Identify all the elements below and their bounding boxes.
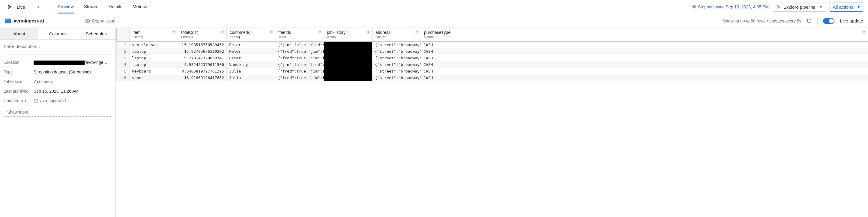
redacted-text: x [34,61,85,65]
cell-address[interactable]: {"street":"broadway" [373,42,421,48]
column-menu-icon[interactable]: ▾ [172,30,176,34]
cell-purchasetype[interactable]: CASH [421,48,868,55]
cell-totalcost[interactable]: 15.92705676329202 [178,48,227,55]
cell-address[interactable]: {"street":"broadway" [373,55,421,61]
cell-friends[interactable]: {"fred":true,"jim":f [275,74,324,81]
column-menu-icon[interactable]: ▾ [318,30,322,34]
cell-totalcost[interactable]: 0.6486819727761395 [178,68,227,74]
cell-purchasetype[interactable]: CASH [421,42,868,48]
cell-friends[interactable]: {"fred":true,"jim":f [275,55,324,61]
cell-customerid[interactable]: Peter [227,42,275,48]
cell-friends[interactable]: {"jim":false,"fred": [275,42,324,48]
row-number: 4 [116,61,130,68]
table-row[interactable]: 3laptop5.778147328653741Peter{"fred":tru… [116,55,868,61]
cell-totalcost[interactable]: 15.198516758588452 [178,42,227,48]
cell-purchasetype[interactable]: CASH [421,61,868,68]
refresh-icon[interactable] [807,18,812,24]
cell-item[interactable]: laptop [130,48,178,55]
meta-updated-via: Updated via avro-ingest-v1 [4,96,112,105]
tab-metrics[interactable]: Metrics [132,0,147,13]
table-row[interactable]: 4laptop4.982432379011506Vandelay{"jim":f… [116,61,868,68]
cell-item[interactable]: laptop [130,55,178,61]
divider [4,54,112,55]
cell-item[interactable]: laptop [130,61,178,68]
cell-purchasetype[interactable]: CASH [421,74,868,81]
cell-jobhistory-redacted [324,74,373,81]
explore-pipeline-button[interactable]: Explore pipeline ▾ [773,2,826,12]
column-header-friends[interactable]: friendsMap▾ [275,28,324,41]
sidebar-tab-about[interactable]: About [0,28,38,39]
meta-key: Table size [4,79,34,84]
column-menu-icon[interactable]: ▾ [862,30,866,34]
column-header-customerid[interactable]: customerIdString▾ [227,28,275,41]
column-header-totalcost[interactable]: totalCostDouble▾ [178,28,227,41]
live-mode-dropdown[interactable]: Live ▾ [5,3,42,11]
cell-customerid[interactable]: Peter [227,55,275,61]
row-number: 3 [116,55,130,61]
chevron-down-icon: ▾ [37,5,39,9]
cell-address[interactable]: {"street":"broadway" [373,74,421,81]
all-actions-button[interactable]: All actions ▾ [830,2,863,12]
meta-key: Last archived [4,89,34,94]
cell-totalcost[interactable]: 16.91869126417662 [178,74,227,81]
cell-address[interactable]: {"street":"broadway" [373,48,421,55]
show-more-link[interactable]: Show more [4,108,112,117]
dataset-title: avro-ingest-v1 [5,18,85,23]
sidebar-tab-schedules[interactable]: Schedules [77,28,116,39]
column-menu-icon[interactable]: ▾ [269,30,273,34]
column-header-purchasetype[interactable]: purchaseTypeString▾ [421,28,868,41]
cell-customerid[interactable]: Julia [227,74,275,81]
column-header-item[interactable]: itemString▾ [130,28,178,41]
cell-purchasetype[interactable]: CASH [421,68,868,74]
tab-stream[interactable]: Stream [84,0,98,13]
cell-friends[interactable]: {"fred":true,"jim":f [275,48,324,55]
dataset-link-icon [34,98,38,103]
broadcast-icon [8,4,14,9]
meta-location: Location x/avro-inge… [4,58,112,67]
cell-totalcost[interactable]: 5.778147328653741 [178,55,227,61]
cell-item[interactable]: keyboard [130,68,178,74]
column-menu-icon[interactable]: ▾ [415,30,419,34]
cell-customerid[interactable]: Vandelay [227,61,275,68]
svg-point-2 [777,7,777,8]
pipeline-status[interactable]: Stopped since Sep 13, 2023, 4:35 PM [692,4,769,9]
cell-customerid[interactable]: Peter [227,48,275,55]
updated-via-link[interactable]: avro-ingest-v1 [40,98,67,103]
meta-type: Type Streaming dataset (Streaming) [4,67,112,77]
header-bar: avro-ingest-v1 Report issue Showing up t… [0,14,868,28]
grid-body[interactable]: 1sun-glasses15.198516758588452Peter{"jim… [116,42,868,217]
metadata-list: Location x/avro-inge… Type Streaming dat… [0,56,116,107]
description-input[interactable] [0,39,116,53]
table-row[interactable]: 6shoes16.91869126417662Julia{"fred":true… [116,74,868,81]
column-header-jobhistory[interactable]: jobHistoryArray▾ [324,28,373,41]
cell-address[interactable]: {"street":"broadway" [373,68,421,74]
live-update-toggle[interactable] [823,18,834,24]
cell-friends[interactable]: {"jim":false,"fred": [275,61,324,68]
row-number: 2 [116,48,130,55]
cell-address[interactable]: {"street":"broadway" [373,61,421,68]
svg-point-1 [777,5,777,6]
column-header-address[interactable]: addressStruct▾ [373,28,421,41]
cell-customerid[interactable]: Julia [227,68,275,74]
report-issue-link[interactable]: Report issue [85,19,116,23]
cell-totalcost[interactable]: 4.982432379011506 [178,61,227,68]
table-row[interactable]: 2laptop15.92705676329202Peter{"fred":tru… [116,48,868,55]
live-label: Live [17,4,25,9]
cell-purchasetype[interactable]: CASH [421,55,868,61]
cell-item[interactable]: sun-glasses [130,42,178,48]
meta-value: Streaming dataset (Streaming) [34,69,112,74]
cell-friends[interactable]: {"fred":true,"jim":f [275,68,324,74]
row-number: 5 [116,68,130,74]
table-row[interactable]: 5keyboard0.6486819727761395Julia{"fred":… [116,68,868,74]
tab-preview[interactable]: Preview [58,0,74,13]
table-row[interactable]: 1sun-glasses15.198516758588452Peter{"jim… [116,42,868,48]
cell-item[interactable]: shoes [130,74,178,81]
row-number: 6 [116,74,130,81]
column-menu-icon[interactable]: ▾ [366,30,370,34]
column-menu-icon[interactable]: ▾ [220,30,225,34]
actions-label: All actions [833,4,853,9]
sidebar-tab-columns[interactable]: Columns [38,28,77,39]
main-area: About Columns Schedules Location x/avro-… [0,28,868,217]
tab-details[interactable]: Details [108,0,122,13]
meta-value: x/avro-inge… [34,60,112,65]
